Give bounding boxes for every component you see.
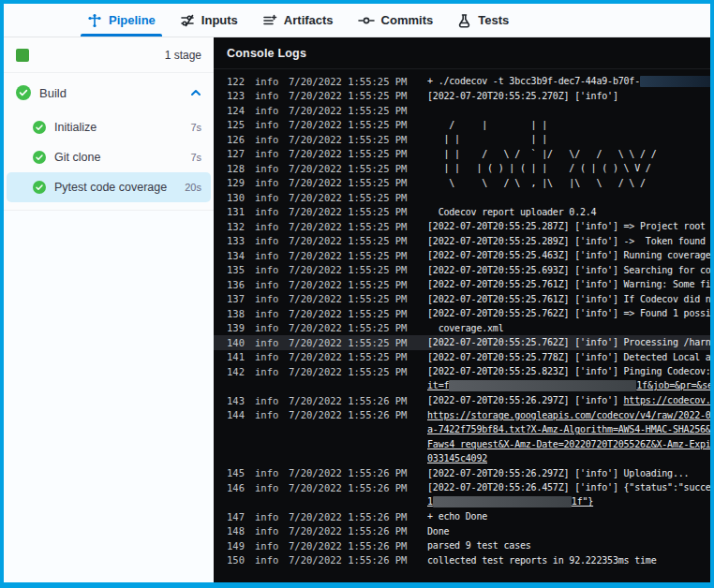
log-line-number[interactable]: 142: [221, 366, 245, 377]
step-item-initialize[interactable]: Initialize7s: [7, 112, 211, 142]
log-line-number[interactable]: 124: [221, 105, 245, 116]
log-level: info: [255, 337, 281, 348]
log-timestamp: 7/20/2022 1:55:25 PM: [289, 351, 421, 362]
log-row: 125info7/20/2022 1:55:25 PM / ____| | |: [214, 118, 710, 133]
log-text: [2022-07-20T20:55:25.287Z] ['info'] => P…: [427, 221, 710, 231]
log-message: [2022-07-20T20:55:25.762Z] ['info'] => F…: [427, 308, 710, 318]
log-line-number[interactable]: 128: [221, 163, 245, 174]
tab-artifacts[interactable]: Artifacts: [250, 4, 346, 37]
step-duration: 20s: [185, 182, 201, 193]
log-line-number[interactable]: 125: [221, 119, 245, 130]
log-line-number[interactable]: 122: [221, 76, 245, 87]
log-line-number[interactable]: 147: [221, 511, 245, 522]
log-line-number[interactable]: 134: [221, 250, 245, 261]
log-line-number[interactable]: 130: [221, 192, 245, 203]
log-link[interactable]: 033145c4092: [427, 453, 487, 463]
log-row: 127info7/20/2022 1:55:25 PM | | / _ \ / …: [214, 147, 710, 162]
log-text: [2022-07-20T20:55:25.762Z] ['info'] Proc…: [427, 337, 710, 347]
log-message: [2022-07-20T20:55:25.823Z] ['info'] Ping…: [427, 366, 710, 376]
log-line-number[interactable]: 132: [221, 221, 245, 232]
artifacts-icon: [262, 13, 277, 28]
log-row: 141info7/20/2022 1:55:25 PM[2022-07-20T2…: [214, 350, 710, 365]
log-level: info: [255, 366, 281, 377]
log-line-number[interactable]: 146: [221, 482, 245, 493]
success-check-icon: [33, 181, 46, 194]
log-link[interactable]: 1f&job=&pr=&se: [636, 380, 710, 390]
log-message: + ./codecov -t 3bcc3b9f-dec7-44a9-b70f-: [427, 76, 710, 87]
stage-count-label: 1 stage: [165, 49, 201, 62]
log-line-number[interactable]: 127: [221, 148, 245, 159]
log-line-number[interactable]: 139: [221, 322, 245, 333]
log-line-number[interactable]: 144: [221, 409, 245, 420]
tab-commits[interactable]: Commits: [346, 4, 446, 37]
log-row: 126info7/20/2022 1:55:25 PM | | ___ __| …: [214, 132, 710, 147]
log-text: [2022-07-20T20:55:26.297Z] ['info']: [427, 395, 624, 405]
tab-tests[interactable]: Tests: [445, 4, 521, 37]
log-line-number[interactable]: 133: [221, 235, 245, 246]
log-text: + echo Done: [427, 511, 487, 522]
log-level: info: [255, 105, 281, 116]
tab-inputs[interactable]: Inputs: [168, 4, 250, 37]
log-message: | |___| (_) | (_| | __/ (_| (_) \ V /: [427, 163, 710, 173]
log-link[interactable]: a-7422f759bf84.txt?X-Amz-Algorithm=AWS4-…: [427, 424, 710, 434]
log-link[interactable]: https://storage.googleapis.com/codecov/v…: [427, 410, 710, 420]
active-tab-underline: [81, 34, 162, 37]
log-timestamp: 7/20/2022 1:55:25 PM: [289, 163, 421, 174]
log-line-number[interactable]: 141: [221, 351, 245, 362]
success-check-icon: [33, 121, 46, 134]
log-text: | | / _ \ / _` |/ _ \/ __/ _ \ \ / /: [427, 149, 656, 159]
log-row: 033145c4092: [214, 451, 710, 466]
log-link[interactable]: 1: [427, 496, 433, 507]
log-line-number[interactable]: 149: [221, 540, 245, 551]
log-message: | | ___ __| | ___ ___ _____ __: [427, 134, 710, 144]
log-line-number[interactable]: 145: [221, 467, 245, 478]
log-row: a-7422f759bf84.txt?X-Amz-Algorithm=AWS4-…: [214, 422, 710, 437]
log-message: _____ _: [427, 105, 710, 115]
log-timestamp: 7/20/2022 1:55:26 PM: [289, 467, 421, 478]
log-timestamp: 7/20/2022 1:55:26 PM: [289, 511, 421, 522]
log-level: info: [255, 351, 281, 362]
step-item-git-clone[interactable]: Git clone7s: [7, 142, 211, 172]
log-line-number[interactable]: 143: [221, 395, 245, 406]
log-link[interactable]: it=f: [427, 380, 449, 390]
step-item-pytest-code-coverage[interactable]: Pytest code coverage20s: [7, 172, 211, 202]
chevron-up-icon[interactable]: [190, 87, 201, 98]
log-line-number[interactable]: 129: [221, 177, 245, 188]
console-log-scroll-area[interactable]: 122info7/20/2022 1:55:25 PM+ ./codecov -…: [214, 69, 710, 582]
log-timestamp: 7/20/2022 1:55:25 PM: [289, 134, 421, 145]
step-label: Pytest code coverage: [54, 181, 176, 194]
log-line-number[interactable]: 123: [221, 90, 245, 101]
log-line-number[interactable]: 126: [221, 134, 245, 145]
log-line-number[interactable]: 137: [221, 293, 245, 304]
log-line-number[interactable]: 148: [221, 525, 245, 537]
pipeline-icon: [87, 13, 102, 28]
log-row: it=f1f&job=&pr=&se: [214, 379, 710, 394]
log-link[interactable]: Faws4_request&X-Amz-Date=20220720T205526…: [427, 439, 710, 449]
log-timestamp: 7/20/2022 1:55:25 PM: [289, 76, 421, 87]
log-text: parsed 9 test cases: [427, 540, 531, 551]
log-message: a-7422f759bf84.txt?X-Amz-Algorithm=AWS4-…: [427, 424, 710, 434]
log-line-number[interactable]: 140: [221, 337, 245, 348]
log-level: info: [255, 395, 281, 406]
log-timestamp: 7/20/2022 1:55:25 PM: [289, 264, 421, 275]
tab-pipeline[interactable]: Pipeline: [75, 4, 168, 37]
redacted-secret-box: [449, 380, 636, 391]
log-line-number[interactable]: 138: [221, 308, 245, 319]
log-line-number[interactable]: 135: [221, 264, 245, 275]
log-link[interactable]: 1f"}: [572, 496, 593, 507]
stage-status-square-icon: [16, 49, 29, 62]
log-level: info: [255, 409, 281, 420]
log-line-number[interactable]: 150: [221, 554, 245, 566]
log-text: [2022-07-20T20:55:25.463Z] ['info'] Runn…: [427, 250, 710, 260]
log-text: [2022-07-20T20:55:25.693Z] ['info'] Sear…: [427, 265, 710, 275]
log-message: coverage.xml: [427, 323, 710, 333]
log-timestamp: 7/20/2022 1:55:25 PM: [289, 90, 421, 101]
log-text: collected test reports in 92.222353ms ti…: [427, 555, 656, 566]
log-level: info: [255, 177, 281, 188]
log-line-number[interactable]: 131: [221, 206, 245, 217]
log-text: [2022-07-20T20:55:25.761Z] ['info'] If C…: [427, 294, 710, 304]
stage-item-build[interactable]: Build: [4, 73, 214, 112]
log-line-number[interactable]: 136: [221, 279, 245, 290]
log-link[interactable]: https://codecov.io/: [624, 395, 710, 405]
sidebar-empty-area: [4, 210, 214, 582]
